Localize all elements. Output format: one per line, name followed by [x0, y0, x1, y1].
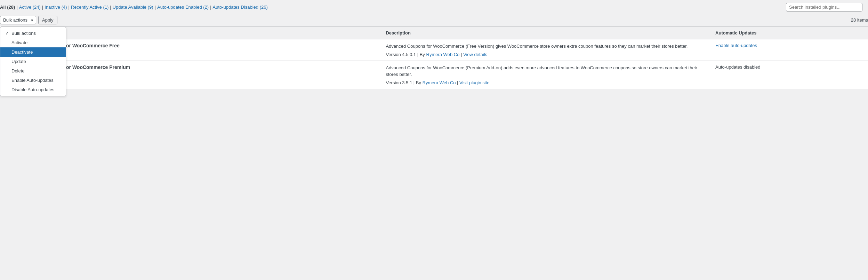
dropdown-item-disable-auto-updates[interactable]: Disable Auto-updates: [0, 85, 66, 94]
dropdown-item-label-activate: Activate: [11, 40, 27, 45]
dropdown-item-update[interactable]: Update: [0, 57, 66, 66]
plugin-view-details-link[interactable]: View details: [463, 52, 487, 57]
search-input[interactable]: [786, 3, 862, 11]
dropdown-menu: ✓Bulk actionsActivateDeactivateUpdateDel…: [0, 27, 66, 96]
description-text: Advanced Coupons for WooCommerce (Premiu…: [386, 64, 708, 78]
col-header-plugin: Plugin: [14, 27, 382, 39]
enable-auto-updates-link[interactable]: Enable auto-updates: [715, 43, 757, 48]
plugins-page: All (28) | Active (24) | Inactive (4) | …: [0, 0, 868, 280]
plugin-cell: Advanced Coupons for WooCommerce Premium…: [14, 61, 382, 89]
table-row: Advanced Coupons for WooCommerce FreeAdv…: [1, 39, 868, 61]
plugin-cell: Advanced Coupons for WooCommerce Free: [14, 39, 382, 61]
dropdown-item-label-bulk-actions: Bulk actions: [11, 31, 36, 36]
plugin-name: Advanced Coupons for WooCommerce Free: [17, 43, 379, 48]
plugin-view-details-link[interactable]: Visit plugin site: [459, 80, 489, 85]
meta-sep: |: [459, 52, 463, 57]
filter-sep: |: [110, 5, 111, 10]
dropdown-item-label-update: Update: [11, 59, 26, 64]
description-cell: Advanced Coupons for WooCommerce (Free V…: [382, 39, 712, 61]
filter-sep: |: [42, 5, 43, 10]
check-mark-bulk-actions: ✓: [5, 31, 9, 36]
toolbar-row: Bulk actions ▼ ✓Bulk actionsActivateDeac…: [0, 14, 868, 26]
plugin-version: Version 4.5.0.1 | By: [386, 52, 426, 57]
dropdown-item-enable-auto-updates[interactable]: Enable Auto-updates: [0, 76, 66, 85]
filter-all: All (28): [0, 5, 15, 10]
plugin-author-link[interactable]: Rymera Web Co: [426, 52, 460, 57]
description-cell: Advanced Coupons for WooCommerce (Premiu…: [382, 61, 712, 89]
dropdown-item-label-delete: Delete: [11, 68, 25, 73]
filter-inactive[interactable]: Inactive (4): [45, 5, 67, 10]
col-header-description: Description: [382, 27, 712, 39]
bulk-actions-label: Bulk actions: [3, 17, 27, 23]
meta-sep: |: [456, 80, 460, 85]
table-row: Advanced Coupons for WooCommerce Premium…: [1, 61, 868, 89]
dropdown-item-delete[interactable]: Delete: [0, 66, 66, 76]
description-text: Advanced Coupons for WooCommerce (Free V…: [386, 43, 708, 50]
plugin-name: Advanced Coupons for WooCommerce Premium: [17, 64, 379, 70]
dropdown-item-bulk-actions[interactable]: ✓Bulk actions: [0, 29, 66, 38]
toolbar-left: Bulk actions ▼ ✓Bulk actionsActivateDeac…: [0, 16, 57, 24]
auto-updates-disabled-text: Auto-updates disabled: [715, 64, 760, 70]
plugin-version: Version 3.5.1 | By: [386, 80, 422, 85]
dropdown-item-activate[interactable]: Activate: [0, 38, 66, 47]
dropdown-item-deactivate[interactable]: Deactivate: [0, 47, 66, 57]
auto-updates-cell: Auto-updates disabled: [712, 61, 868, 89]
auto-updates-cell: Enable auto-updates: [712, 39, 868, 61]
plugin-author-link[interactable]: Rymera Web Co: [423, 80, 456, 85]
dropdown-item-label-deactivate: Deactivate: [11, 49, 33, 55]
filter-auto-updates-disabled[interactable]: Auto-updates Disabled (26): [213, 5, 268, 10]
plugins-table: Plugin Description Automatic Updates Adv…: [0, 26, 868, 89]
filter-bar: All (28) | Active (24) | Inactive (4) | …: [0, 0, 868, 14]
chevron-down-icon: ▼: [30, 18, 34, 22]
bulk-select-wrapper: Bulk actions ▼ ✓Bulk actionsActivateDeac…: [0, 16, 36, 24]
filter-recently-active[interactable]: Recently Active (1): [71, 5, 108, 10]
filter-links: All (28) | Active (24) | Inactive (4) | …: [0, 5, 268, 10]
dropdown-item-label-enable-auto-updates: Enable Auto-updates: [11, 78, 54, 83]
filter-sep: |: [155, 5, 156, 10]
filter-sep: |: [16, 5, 17, 10]
filter-sep: |: [210, 5, 211, 10]
filter-auto-updates-enabled[interactable]: Auto-updates Enabled (2): [157, 5, 209, 10]
description-meta: Version 4.5.0.1 | By Rymera Web Co | Vie…: [386, 52, 708, 57]
plugin-actions: Settings | Deactivate: [17, 71, 379, 76]
filter-active[interactable]: Active (24): [19, 5, 41, 10]
apply-button[interactable]: Apply: [38, 16, 57, 24]
dropdown-item-label-disable-auto-updates: Disable Auto-updates: [11, 87, 55, 92]
description-meta: Version 3.5.1 | By Rymera Web Co | Visit…: [386, 80, 708, 85]
items-count: 28 items: [851, 17, 868, 23]
bulk-actions-dropdown[interactable]: Bulk actions ▼: [0, 16, 36, 24]
col-header-auto-updates: Automatic Updates: [712, 27, 868, 39]
filter-sep: |: [69, 5, 70, 10]
filter-update-available[interactable]: Update Available (9): [113, 5, 153, 10]
